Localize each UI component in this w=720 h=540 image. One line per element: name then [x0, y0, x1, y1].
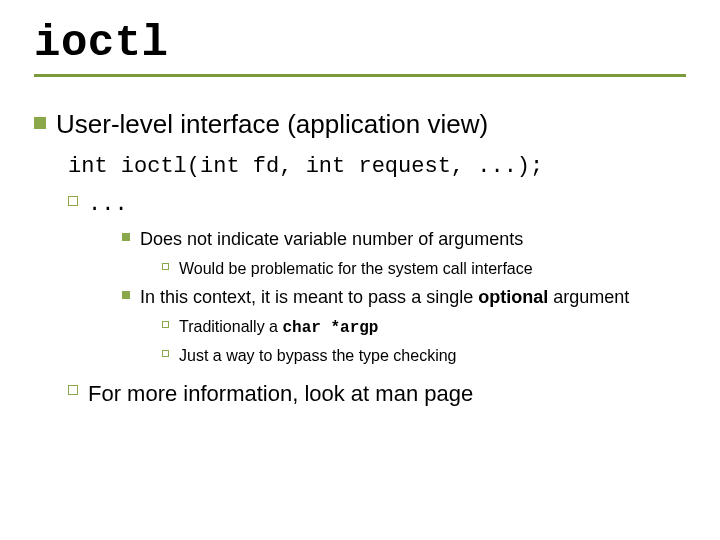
bullet-text: ...: [88, 190, 686, 220]
bullet-icon: [162, 263, 169, 270]
bullet-text: Does not indicate variable number of arg…: [140, 227, 686, 251]
text-pre: Traditionally a: [179, 318, 282, 335]
text-bold: optional: [478, 287, 548, 307]
code-text: int ioctl(int fd, int request, ...);: [68, 152, 686, 182]
bullet-text: User-level interface (application view): [56, 107, 686, 142]
bullet-l2: ...: [68, 190, 686, 220]
code-line: int ioctl(int fd, int request, ...);: [68, 152, 686, 182]
bullet-icon: [162, 350, 169, 357]
bullet-l4: Would be problematic for the system call…: [162, 258, 686, 280]
bullet-l3: Does not indicate variable number of arg…: [122, 227, 686, 251]
bullet-icon: [122, 291, 130, 299]
bullet-icon: [162, 321, 169, 328]
bullet-icon: [68, 196, 78, 206]
bullet-l2: For more information, look at man page: [68, 379, 686, 409]
bullet-l3: In this context, it is meant to pass a s…: [122, 285, 686, 309]
bullet-icon: [68, 385, 78, 395]
bullet-text: Would be problematic for the system call…: [179, 258, 686, 280]
slide: ioctl User-level interface (application …: [0, 0, 720, 540]
bullet-l4: Just a way to bypass the type checking: [162, 345, 686, 367]
bullet-text: In this context, it is meant to pass a s…: [140, 285, 686, 309]
slide-title: ioctl: [34, 18, 686, 68]
bullet-text: Just a way to bypass the type checking: [179, 345, 686, 367]
bullet-l1: User-level interface (application view): [34, 107, 686, 142]
bullet-l4: Traditionally a char *argp: [162, 316, 686, 340]
title-underline: [34, 74, 686, 77]
bullet-icon: [122, 233, 130, 241]
text-pre: In this context, it is meant to pass a s…: [140, 287, 478, 307]
bullet-text: For more information, look at man page: [88, 379, 686, 409]
text-post: argument: [548, 287, 629, 307]
bullet-icon: [34, 117, 46, 129]
bullet-text: Traditionally a char *argp: [179, 316, 686, 340]
text-mono-bold: char *argp: [282, 319, 378, 337]
